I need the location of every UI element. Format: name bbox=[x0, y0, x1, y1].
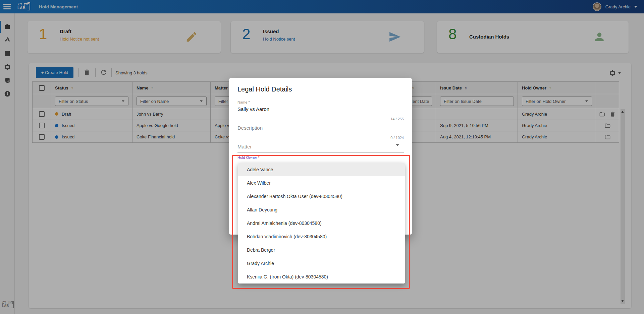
hold-owner-field-label: Hold Owner * bbox=[237, 155, 259, 160]
hold-owner-label-text: Hold Owner bbox=[237, 155, 257, 160]
description-field-underline bbox=[237, 134, 404, 134]
modal-title: Legal Hold Details bbox=[237, 85, 292, 93]
dropdown-option[interactable]: Bohdan Vladimirovich (dev-80304580) bbox=[238, 230, 405, 243]
dropdown-option[interactable]: Alexander Bartosh Okta User (dev-8030458… bbox=[238, 190, 405, 203]
dropdown-option[interactable]: Kseniia G. (from Okta) (dev-80304580) bbox=[238, 270, 405, 284]
dropdown-option[interactable]: Alex Wilber bbox=[238, 176, 405, 190]
name-field-underline bbox=[237, 115, 404, 115]
matter-select[interactable]: Matter bbox=[237, 144, 252, 149]
matter-select-control[interactable] bbox=[396, 146, 399, 152]
name-field-input[interactable]: Sally vs Aaron bbox=[237, 106, 269, 112]
matter-field-underline bbox=[237, 152, 404, 152]
description-char-counter: 0 / 1024 bbox=[390, 136, 404, 140]
chevron-down-icon bbox=[396, 144, 399, 152]
dropdown-option[interactable]: Grady Archie bbox=[238, 257, 405, 270]
dropdown-option[interactable]: Adele Vance bbox=[238, 163, 405, 176]
dropdown-option[interactable]: Debra Berger bbox=[238, 243, 405, 257]
dropdown-option[interactable]: Andrei Amialchenia (dev-80304580) bbox=[238, 216, 405, 230]
dropdown-option[interactable]: Allan Deyoung bbox=[238, 203, 405, 216]
hold-owner-dropdown-list: Adele Vance Alex Wilber Alexander Bartos… bbox=[238, 163, 405, 284]
description-field-input[interactable]: Description bbox=[237, 125, 263, 131]
name-char-counter: 14 / 255 bbox=[390, 117, 404, 121]
required-asterisk: * bbox=[257, 155, 259, 160]
name-field-label: Name * bbox=[237, 100, 250, 104]
